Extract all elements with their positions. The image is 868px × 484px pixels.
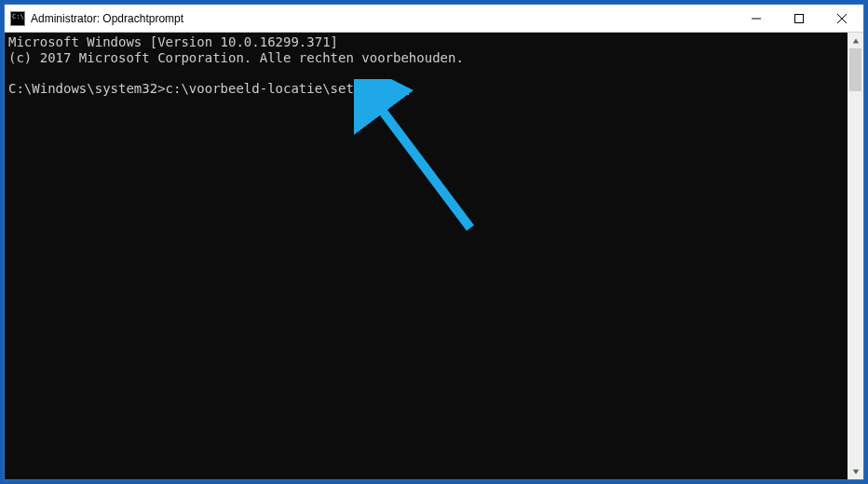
cmd-icon — [10, 11, 25, 26]
terminal-prompt: C:\Windows\system32> — [8, 81, 166, 96]
scrollbar-track[interactable] — [848, 48, 863, 464]
terminal-line: (c) 2017 Microsoft Corporation. Alle rec… — [8, 50, 464, 65]
maximize-button[interactable] — [778, 5, 821, 32]
window-controls — [735, 5, 863, 32]
svg-rect-1 — [795, 14, 804, 22]
text-cursor — [401, 93, 409, 95]
close-button[interactable] — [821, 5, 863, 32]
titlebar[interactable]: Administrator: Opdrachtprompt — [5, 5, 863, 33]
command-prompt-window: Administrator: Opdrachtprompt Microsoft … — [4, 4, 864, 480]
terminal-line: Microsoft Windows [Version 10.0.16299.37… — [8, 34, 338, 49]
scroll-down-button[interactable] — [848, 464, 863, 479]
scroll-up-button[interactable] — [848, 33, 863, 48]
terminal-output[interactable]: Microsoft Windows [Version 10.0.16299.37… — [5, 33, 848, 479]
terminal-command: c:\voorbeeld-locatie\setup.exe — [166, 81, 401, 96]
window-title: Administrator: Opdrachtprompt — [31, 12, 735, 25]
minimize-button[interactable] — [735, 5, 778, 32]
scrollbar-thumb[interactable] — [849, 48, 861, 91]
vertical-scrollbar[interactable] — [848, 33, 863, 479]
terminal-container: Microsoft Windows [Version 10.0.16299.37… — [5, 33, 863, 479]
